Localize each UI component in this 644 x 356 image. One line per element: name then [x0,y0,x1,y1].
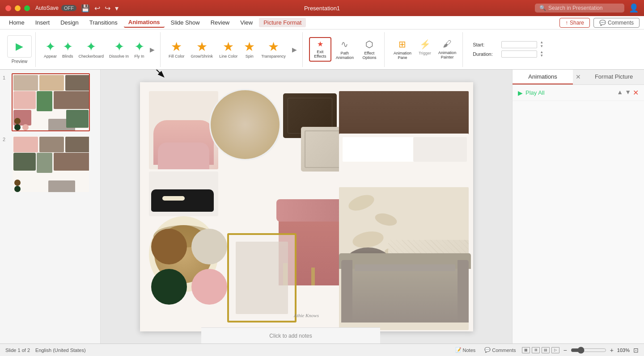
slide-thumb-2[interactable]: 2 [3,135,97,193]
preview-button[interactable]: ▶ [7,35,32,58]
slide-thumb-1[interactable]: 1 [3,73,97,131]
main-slide-canvas[interactable]: Athie Knows [140,82,473,331]
search-bar[interactable]: 🔍 [535,4,624,13]
effect-spin[interactable]: ★ Spin [242,39,257,60]
effect-fill-color[interactable]: ★ Fill Color [167,39,186,60]
start-down-arrow[interactable]: ▼ [540,45,543,49]
notes-label: Notes [463,348,476,353]
effect-options-button[interactable]: ⬡ EffectOptions [358,37,381,62]
start-input[interactable] [501,41,537,48]
menu-picture-format[interactable]: Picture Format [259,18,306,27]
menu-review[interactable]: Review [206,18,234,27]
effect-line-color[interactable]: ★ Line Color [217,39,239,60]
zoom-plus[interactable]: + [610,347,614,354]
menu-view[interactable]: View [236,18,257,27]
grow-shrink-icon: ★ [196,41,208,53]
bed-headboard [339,91,469,198]
play-all-button[interactable]: ▶ Play All [518,89,545,96]
rope-circle [209,89,281,160]
anim-checkerboard[interactable]: ✦ Checkerboard [77,39,106,60]
moodboard-content: Athie Knows [140,82,473,331]
comments-icon: 💬 [599,20,606,26]
titlebar-right: 🔍 👤 [535,3,639,13]
fit-to-window-icon[interactable]: ⊡ [633,347,639,354]
gallery-more-arrow[interactable]: ▶ [148,45,157,54]
animations-close-button[interactable]: ✕ [573,70,584,84]
duration-label: Duration: [473,51,500,57]
undo-icon[interactable]: ↩ [94,4,100,13]
menu-slideshow[interactable]: Slide Show [166,18,204,27]
more-icon[interactable]: ▾ [115,4,119,13]
reading-view-icon[interactable]: ▤ [542,347,550,353]
duration-input[interactable] [501,50,537,58]
anim-blinds[interactable]: ✦ Blinds [60,39,75,60]
search-input[interactable] [548,5,620,11]
zoom-slider[interactable] [571,347,606,354]
ribbon: ▶ Preview ✦ Appear ✦ Blinds ✦ Checkerboa… [0,29,644,70]
trigger-button[interactable]: ⚡ Trigger [416,37,434,62]
canvas-area[interactable]: Athie Knows Click to add notes [101,70,512,343]
move-up-arrow[interactable]: ▲ [617,88,623,97]
path-animation-button[interactable]: ∿ PathAnimation [333,37,356,62]
remove-animation-button[interactable]: ✕ [633,88,639,97]
menu-design[interactable]: Design [56,18,83,27]
anim-flyin[interactable]: ✦ Fly In [132,39,146,60]
menu-home[interactable]: Home [4,18,29,27]
maximize-button[interactable] [24,5,30,11]
slide-info: Slide 1 of 2 [5,348,30,353]
fill-color-icon: ★ [171,41,182,53]
effect-options-icon: ⬡ [365,39,373,50]
anim-appear[interactable]: ✦ Appear [42,39,59,60]
comments-button-bottom[interactable]: 💬 Comments [482,347,518,353]
notes-button[interactable]: 📝 Notes [453,347,479,353]
menu-transitions[interactable]: Transitions [85,18,122,27]
autosave-indicator: AutoSave OFF [35,5,76,11]
animations-tab[interactable]: Animations [513,70,573,84]
format-picture-tab[interactable]: Format Picture [584,70,644,84]
comments-label: Comments [608,20,634,26]
line-color-icon: ★ [223,41,234,53]
effect-transparency[interactable]: ★ Transparency [259,39,288,60]
gray-sofa [341,260,469,322]
play-all-icon: ▶ [518,89,523,96]
zoom-minus[interactable]: − [563,347,567,354]
slide-wrapper-2[interactable] [12,135,90,193]
share-icon: ↑ [565,20,568,26]
effect-grow-shrink[interactable]: ★ Grow/Shrink [189,39,215,60]
duration-down-arrow[interactable]: ▼ [540,54,543,58]
effects-gallery-more-arrow[interactable]: ▶ [290,45,299,54]
share-button[interactable]: ↑ Share [559,18,590,28]
move-down-arrow[interactable]: ▼ [625,88,631,97]
main-area: 1 [0,70,644,343]
close-button[interactable] [5,5,11,11]
ribbon-preview-section: ▶ Preview [4,32,36,67]
animation-pane-button[interactable]: ⊞ AnimationPane [391,37,414,62]
animation-painter-button[interactable]: 🖌 AnimationPainter [436,37,459,62]
menu-insert[interactable]: Insert [31,18,55,27]
slide-canvas-1 [13,74,90,131]
minimize-button[interactable] [15,5,21,11]
save-icon[interactable]: 💾 [81,4,90,13]
presentation-view-icon[interactable]: ▷ [551,347,559,353]
redo-icon[interactable]: ↪ [105,4,110,13]
right-panel-tabs: Animations ✕ Format Picture [513,70,644,85]
autosave-toggle[interactable]: OFF [61,5,76,11]
grid-view-icon[interactable]: ⊞ [532,347,540,353]
user-avatar[interactable]: 👤 [629,3,639,13]
transparency-icon: ★ [268,41,279,53]
anim-dissolve[interactable]: ✦ Dissolve In [107,39,131,60]
path-animation-icon: ∿ [341,39,348,50]
menu-animations[interactable]: Animations [124,17,165,28]
slide-wrapper-1[interactable] [12,73,90,131]
trigger-icon: ⚡ [419,39,431,50]
notes-area[interactable]: Click to add notes [201,327,380,343]
menubar: Home Insert Design Transitions Animation… [0,16,644,29]
search-icon: 🔍 [539,5,546,11]
spin-icon: ★ [244,41,255,53]
play-all-label: Play All [525,89,545,96]
bottom-left: Slide 1 of 2 English (United States) [5,348,86,353]
shoes-item [149,172,218,216]
normal-view-icon[interactable]: ▦ [522,347,530,353]
exit-effects-button[interactable]: ★ ExitEffects [309,37,331,62]
comments-button[interactable]: 💬 Comments [593,18,640,28]
